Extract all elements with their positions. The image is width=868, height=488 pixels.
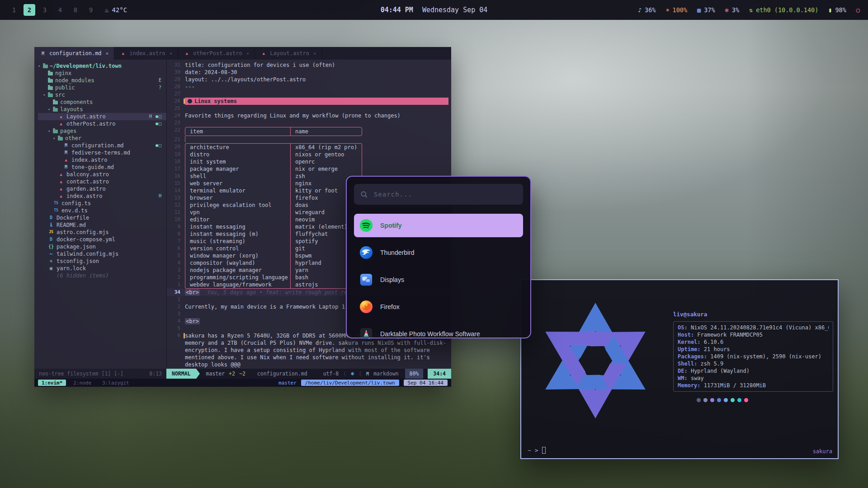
tree-item[interactable]: ~tailwind.config.mjs: [38, 250, 166, 258]
tree-item[interactable]: iREADME.md: [38, 221, 166, 229]
tree-item[interactable]: node_modulesE: [38, 77, 166, 84]
workspace-9[interactable]: 9: [85, 4, 97, 16]
chevron-down-icon: ▾: [43, 91, 48, 99]
stat-volume[interactable]: ♪36%: [638, 6, 656, 14]
tab-Layout.astro[interactable]: ▲Layout.astro×: [255, 47, 322, 60]
workspace-4[interactable]: 4: [54, 4, 66, 16]
os-icon: ❄: [351, 371, 354, 377]
lock-icon: ▣: [48, 265, 54, 272]
tree-item[interactable]: ▣yarn.lock: [38, 265, 166, 272]
stat-cpu[interactable]: ✻3%: [725, 6, 739, 14]
clock-widget[interactable]: 04:44 PM Wednesday Sep 04: [381, 6, 488, 14]
tree-item[interactable]: ▲index.astroH: [38, 192, 166, 200]
tree-item[interactable]: ▲balcony.astro: [38, 171, 166, 178]
launcher-item-spotify[interactable]: Spotify: [354, 214, 523, 237]
git-status-markers: H: [159, 192, 162, 200]
tree-item[interactable]: ▾src: [38, 91, 166, 99]
tree-item[interactable]: ▾layouts: [38, 106, 166, 113]
terminal-color-palette: [697, 398, 833, 402]
terminal-window[interactable]: liv@sakura OS: NixOS 24.11.20240828.71e9…: [520, 279, 839, 459]
table-row: music (streaming)spotify: [185, 238, 362, 245]
table-connector: [185, 136, 185, 142]
clock-date: Wednesday Sep 04: [422, 6, 488, 14]
tmux-window-3:lazygit[interactable]: 3:lazygit: [99, 380, 133, 386]
tab-close-icon[interactable]: ×: [106, 51, 109, 56]
tree-item[interactable]: components: [38, 99, 166, 106]
tree-item[interactable]: TSconfig.ts: [38, 200, 166, 207]
launcher-item-firefox[interactable]: Firefox: [354, 295, 523, 319]
tree-item[interactable]: ▲index.astro: [38, 156, 166, 164]
tree-item[interactable]: nginx: [38, 70, 166, 77]
tree-item[interactable]: Ddocker-compose.yml: [38, 236, 166, 243]
spotify-icon: [359, 219, 373, 232]
tab-configuration.md[interactable]: Mconfiguration.md×: [34, 47, 114, 60]
tree-item-label: nginx: [55, 70, 71, 77]
tab-close-icon[interactable]: ×: [246, 51, 250, 56]
stat-network[interactable]: ⇅eth0 (10.0.0.140): [749, 6, 818, 14]
search-box[interactable]: [354, 184, 523, 205]
fetch-info-row: Kernel: 6.10.6: [678, 338, 829, 346]
tree-item[interactable]: DDockerfile: [38, 214, 166, 221]
tab-label: index.astro: [129, 50, 165, 56]
fetch-label: Kernel:: [678, 339, 704, 345]
table-cell-item: distro: [185, 151, 290, 158]
palette-dot: [737, 398, 741, 402]
tree-item[interactable]: (6 hidden items): [38, 272, 166, 279]
workspace-2[interactable]: 2: [24, 4, 35, 16]
table-row: web servernginx: [185, 180, 362, 187]
workspace-3[interactable]: 3: [39, 4, 51, 16]
stat-memory[interactable]: ▦37%: [697, 6, 715, 14]
table-cell-item: instant messaging: [185, 223, 290, 230]
tree-item[interactable]: Mconfiguration.md●□: [38, 142, 166, 149]
temperature-widget[interactable]: ♨ 42°C: [105, 6, 127, 14]
tree-item[interactable]: JSastro.config.mjs: [38, 229, 166, 236]
chevron-down-icon: ▾: [38, 62, 43, 70]
stat-battery[interactable]: ▮98%: [828, 6, 846, 14]
cpu-value: 3%: [732, 6, 739, 14]
tree-item[interactable]: public?: [38, 84, 166, 91]
table-cell-item: programming/scripting language: [185, 274, 290, 281]
folder-icon: [48, 86, 53, 90]
tree-item-label: src: [55, 91, 65, 99]
line-number: 29: [167, 76, 185, 83]
fetch-label: Packages:: [678, 353, 710, 360]
tree-root[interactable]: ▾~/Development/liv.town: [38, 62, 166, 70]
tree-item[interactable]: ✻tsconfig.json: [38, 258, 166, 265]
launcher-item-thunderbird[interactable]: Thunderbird: [354, 241, 523, 264]
stat-power[interactable]: ◯: [856, 6, 860, 14]
line-number: 3: [167, 267, 185, 274]
tab-close-icon[interactable]: ×: [170, 51, 173, 56]
chevron-down-icon: ▾: [48, 106, 53, 113]
tab-close-icon[interactable]: ×: [313, 51, 316, 56]
shell-prompt[interactable]: ~ >: [528, 447, 546, 454]
memory-value: 37%: [704, 6, 715, 14]
tab-label: Layout.astro: [270, 50, 309, 56]
launcher-item-darktable-photo-workflow-software[interactable]: Darktable Photo Workflow Software: [354, 322, 523, 338]
line-number: 13: [167, 194, 185, 202]
search-input[interactable]: [373, 190, 517, 198]
fetch-info-row: Packages: 1409 (nix-system), 2590 (nix-u…: [678, 353, 829, 360]
line-text: distronixos or gentoo: [185, 151, 448, 158]
fastfetch-output: liv@sakura OS: NixOS 24.11.20240828.71e9…: [673, 311, 833, 402]
tree-item[interactable]: {}package.json: [38, 243, 166, 250]
tree-item[interactable]: ▲garden.astro: [38, 185, 166, 192]
tree-item[interactable]: ▾other: [38, 135, 166, 142]
tree-item[interactable]: TSenv.d.ts: [38, 207, 166, 214]
tmux-window-1:nvim*[interactable]: 1:nvim*: [38, 380, 66, 386]
stat-brightness[interactable]: ☀100%: [665, 6, 687, 14]
launcher-item-displays[interactable]: Displays: [354, 268, 523, 291]
tab-index.astro[interactable]: ▲index.astro×: [114, 47, 178, 60]
tree-item[interactable]: ▾pages: [38, 127, 166, 135]
workspace-8[interactable]: 8: [70, 4, 81, 16]
tab-otherPost.astro[interactable]: ▲otherPost.astro×: [178, 47, 255, 60]
tree-item-label: public: [55, 84, 75, 91]
workspace-1[interactable]: 1: [8, 4, 20, 16]
tree-item[interactable]: ▲contact.astro: [38, 178, 166, 185]
tree-item[interactable]: ▲otherPost.astro●□: [38, 120, 166, 127]
tree-item[interactable]: ▲Layout.astroH ●□: [38, 113, 166, 120]
fetch-info-row: Shell: zsh 5.9: [678, 360, 829, 367]
tree-item[interactable]: Mtone-guide.md: [38, 164, 166, 171]
table-row: editorneovim: [185, 216, 362, 223]
tmux-window-2:node[interactable]: 2:node: [70, 380, 95, 386]
tree-item[interactable]: Mfediverse-terms.md: [38, 149, 166, 156]
